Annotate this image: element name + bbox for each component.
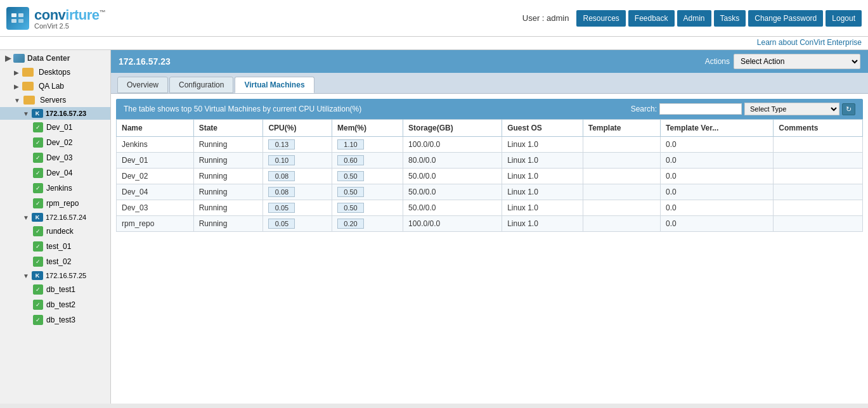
sidebar-item-desktops[interactable]: ▶ Desktops xyxy=(0,65,110,79)
vm-check-icon: ✓ xyxy=(33,198,43,208)
sidebar-vm-dev02-1[interactable]: ✓ Dev_02 xyxy=(0,135,110,150)
table-row[interactable]: rpm_repo Running 0.05 0.20 100.0/0.0 Lin… xyxy=(117,216,863,232)
cell-cpu: 0.05 xyxy=(263,200,332,216)
svg-rect-3 xyxy=(18,19,23,23)
col-template: Template xyxy=(583,120,660,137)
cell-cpu: 0.05 xyxy=(263,216,332,232)
vm-dbtest1-label: db_test1 xyxy=(46,285,75,294)
table-container: The table shows top 50 Virtual Machines … xyxy=(111,94,868,404)
vm-table-body: Jenkins Running 0.13 1.10 100.0/0.0 Linu… xyxy=(117,137,863,232)
table-row[interactable]: Dev_01 Running 0.10 0.60 80.0/0.0 Linux … xyxy=(117,153,863,169)
tab-virtual-machines[interactable]: Virtual Machines xyxy=(235,77,314,93)
vm-dev03-1-label: Dev_03 xyxy=(46,153,72,162)
table-row[interactable]: Dev_03 Running 0.05 0.50 50.0/0.0 Linux … xyxy=(117,200,863,216)
enterprise-bar: Learn about ConVirt Enterprise xyxy=(0,37,868,50)
vm-dbtest2-label: db_test2 xyxy=(46,300,75,309)
sidebar-vm-dbtest3[interactable]: ✓ db_test3 xyxy=(0,312,110,328)
content-area: 172.16.57.23 Actions Select Action Overv… xyxy=(111,50,868,404)
sidebar-vm-jenkins-1[interactable]: ✓ Jenkins xyxy=(0,181,110,196)
vm-table: Name State CPU(%) Mem(%) Storage(GB) Gue… xyxy=(116,119,863,232)
host-57-23-expand-icon: ▼ xyxy=(23,110,29,117)
table-description: The table shows top 50 Virtual Machines … xyxy=(124,105,361,113)
sidebar-datacenter[interactable]: ▶ Data Center xyxy=(0,50,110,65)
cell-name: Jenkins xyxy=(117,137,194,153)
cell-mem: 0.50 xyxy=(332,169,403,184)
host-57-23-label: 172.16.57.23 xyxy=(46,110,86,117)
logo-area: convirture™ ConVirt 2.5 xyxy=(6,7,105,30)
tabs-bar: Overview Configuration Virtual Machines xyxy=(111,73,868,94)
cell-comments xyxy=(774,184,863,200)
sidebar-item-servers[interactable]: ▼ Servers xyxy=(0,93,110,107)
cell-storage: 50.0/0.0 xyxy=(403,200,502,216)
tab-overview[interactable]: Overview xyxy=(117,77,168,93)
vm-check-icon: ✓ xyxy=(33,284,43,295)
cell-comments xyxy=(774,216,863,232)
cell-template xyxy=(583,153,660,169)
cell-comments xyxy=(774,153,863,169)
search-area: Search: Select Type ↻ xyxy=(631,103,855,115)
cell-cpu: 0.08 xyxy=(263,184,332,200)
servers-folder-icon xyxy=(23,96,35,105)
sidebar-vm-dbtest1[interactable]: ✓ db_test1 xyxy=(0,282,110,297)
sidebar-vm-dev01-1[interactable]: ✓ Dev_01 xyxy=(0,120,110,135)
admin-button[interactable]: Admin xyxy=(677,10,711,27)
actions-area: Actions Select Action xyxy=(705,54,860,69)
cell-mem: 1.10 xyxy=(332,137,403,153)
vm-check-icon: ✓ xyxy=(33,315,43,325)
tab-configuration[interactable]: Configuration xyxy=(169,77,233,93)
sidebar-item-qalab[interactable]: ▶ QA Lab xyxy=(0,79,110,93)
vm-test02-label: test_02 xyxy=(46,257,71,266)
vm-check-icon: ✓ xyxy=(33,226,43,236)
col-template-ver: Template Ver... xyxy=(661,120,774,137)
table-row[interactable]: Dev_04 Running 0.08 0.50 50.0/0.0 Linux … xyxy=(117,184,863,200)
type-select[interactable]: Select Type xyxy=(744,103,839,115)
svg-rect-1 xyxy=(11,19,16,23)
cell-template-ver: 0.0 xyxy=(661,169,774,184)
refresh-button[interactable]: ↻ xyxy=(842,103,855,115)
vm-check-icon: ✓ xyxy=(33,168,43,178)
logo-version: ConVirt 2.5 xyxy=(34,22,105,30)
sidebar-host-57-25[interactable]: ▼ K 172.16.57.25 xyxy=(0,269,110,282)
host-57-24-label: 172.16.57.24 xyxy=(46,214,86,221)
actions-select[interactable]: Select Action xyxy=(734,54,860,69)
host-57-24-icon: K xyxy=(32,213,43,222)
feedback-button[interactable]: Feedback xyxy=(628,10,675,27)
enterprise-link[interactable]: Learn about ConVirt Enterprise xyxy=(757,38,862,47)
cell-name: Dev_02 xyxy=(117,169,194,184)
cell-storage: 50.0/0.0 xyxy=(403,169,502,184)
sidebar-vm-test01[interactable]: ✓ test_01 xyxy=(0,239,110,254)
cell-template xyxy=(583,200,660,216)
table-row[interactable]: Dev_02 Running 0.08 0.50 50.0/0.0 Linux … xyxy=(117,169,863,184)
sidebar-host-57-24[interactable]: ▼ K 172.16.57.24 xyxy=(0,211,110,224)
host-57-25-icon: K xyxy=(32,271,43,280)
table-row[interactable]: Jenkins Running 0.13 1.10 100.0/0.0 Linu… xyxy=(117,137,863,153)
qalab-folder-icon xyxy=(22,82,34,91)
vm-rpm-1-label: rpm_repo xyxy=(46,199,79,208)
sidebar-host-57-23[interactable]: ▼ K 172.16.57.23 xyxy=(0,107,110,120)
cell-state: Running xyxy=(193,169,263,184)
sidebar-vm-rpm-1[interactable]: ✓ rpm_repo xyxy=(0,196,110,211)
app-header: convirture™ ConVirt 2.5 User : admin Res… xyxy=(0,0,868,37)
logout-button[interactable]: Logout xyxy=(826,10,862,27)
logo-text: convirture™ ConVirt 2.5 xyxy=(34,7,105,30)
sidebar-vm-dev03-1[interactable]: ✓ Dev_03 xyxy=(0,150,110,165)
change-password-button[interactable]: Change Password xyxy=(748,10,823,27)
tasks-button[interactable]: Tasks xyxy=(714,10,746,27)
cell-cpu: 0.10 xyxy=(263,153,332,169)
cell-state: Running xyxy=(193,216,263,232)
sidebar-vm-test02[interactable]: ✓ test_02 xyxy=(0,254,110,269)
sidebar-vm-dev04-1[interactable]: ✓ Dev_04 xyxy=(0,165,110,181)
cell-comments xyxy=(774,169,863,184)
sidebar: ▶ Data Center ▶ Desktops ▶ QA Lab ▼ Serv… xyxy=(0,50,111,404)
vm-rundeck-label: rundeck xyxy=(46,227,74,236)
logo-icon xyxy=(6,7,29,30)
qalab-label: QA Lab xyxy=(39,82,64,91)
search-input[interactable] xyxy=(659,103,742,115)
cell-template-ver: 0.0 xyxy=(661,153,774,169)
cell-state: Running xyxy=(193,153,263,169)
sidebar-vm-rundeck[interactable]: ✓ rundeck xyxy=(0,224,110,239)
resources-button[interactable]: Resources xyxy=(576,10,625,27)
header-right: User : admin Resources Feedback Admin Ta… xyxy=(522,10,862,27)
sidebar-vm-dbtest2[interactable]: ✓ db_test2 xyxy=(0,297,110,312)
table-header-row: Name State CPU(%) Mem(%) Storage(GB) Gue… xyxy=(117,120,863,137)
